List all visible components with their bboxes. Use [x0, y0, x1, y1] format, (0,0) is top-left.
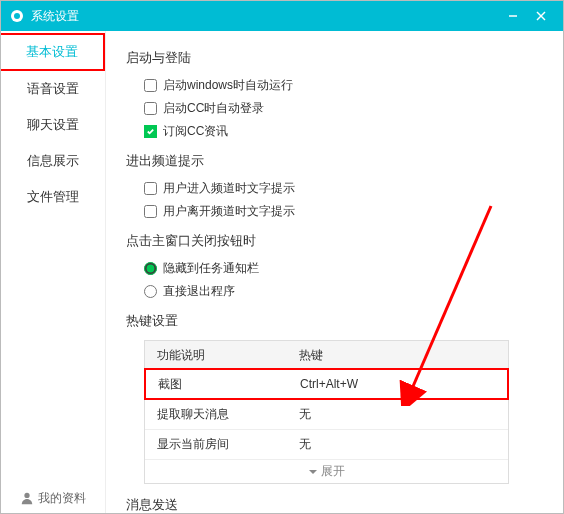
checkbox[interactable] — [144, 182, 157, 195]
checkbox-label: 用户进入频道时文字提示 — [163, 180, 295, 197]
sidebar-item-label: 文件管理 — [27, 189, 79, 204]
sidebar-item-chat[interactable]: 聊天设置 — [1, 107, 105, 143]
chevron-down-icon — [309, 468, 317, 476]
section-title-close: 点击主窗口关闭按钮时 — [126, 232, 543, 250]
close-button[interactable] — [527, 1, 555, 31]
minimize-button[interactable] — [499, 1, 527, 31]
section-title-send: 消息发送 — [126, 496, 543, 513]
hotkey-row-showroom[interactable]: 显示当前房间 无 — [145, 429, 508, 459]
hotkey-header: 功能说明 热键 — [145, 341, 508, 369]
window-controls — [499, 1, 555, 31]
hotkey-row-screenshot[interactable]: 截图 Ctrl+Alt+W — [144, 368, 509, 400]
section-title-hotkey: 热键设置 — [126, 312, 543, 330]
expand-label: 展开 — [321, 463, 345, 480]
sidebar-item-basic[interactable]: 基本设置 — [0, 33, 105, 71]
hotkey-key: 无 — [295, 406, 508, 423]
sidebar-item-voice[interactable]: 语音设置 — [1, 71, 105, 107]
hotkey-expand[interactable]: 展开 — [145, 459, 508, 483]
sidebar-profile-label: 我的资料 — [38, 483, 86, 513]
opt-leave-channel[interactable]: 用户离开频道时文字提示 — [126, 203, 543, 220]
col-header-func: 功能说明 — [145, 347, 295, 364]
opt-enter-channel[interactable]: 用户进入频道时文字提示 — [126, 180, 543, 197]
hotkey-func: 截图 — [146, 376, 296, 393]
sidebar-item-label: 语音设置 — [27, 81, 79, 96]
app-logo-icon — [9, 8, 25, 24]
opt-subscribe-news[interactable]: 订阅CC资讯 — [126, 123, 543, 140]
sidebar: 基本设置 语音设置 聊天设置 信息展示 文件管理 我的资料 — [1, 31, 106, 513]
sidebar-item-info[interactable]: 信息展示 — [1, 143, 105, 179]
sidebar-item-label: 聊天设置 — [27, 117, 79, 132]
opt-hide-tray[interactable]: 隐藏到任务通知栏 — [126, 260, 543, 277]
sidebar-profile[interactable]: 我的资料 — [1, 483, 105, 513]
radio-label: 隐藏到任务通知栏 — [163, 260, 259, 277]
svg-point-1 — [14, 13, 20, 19]
sidebar-item-file[interactable]: 文件管理 — [1, 179, 105, 215]
section-title-channel: 进出频道提示 — [126, 152, 543, 170]
opt-autorun-windows[interactable]: 启动windows时自动运行 — [126, 77, 543, 94]
hotkey-key: Ctrl+Alt+W — [296, 377, 507, 391]
opt-exit[interactable]: 直接退出程序 — [126, 283, 543, 300]
col-header-key: 热键 — [295, 347, 508, 364]
checkbox-label: 启动windows时自动运行 — [163, 77, 293, 94]
checkbox-label: 用户离开频道时文字提示 — [163, 203, 295, 220]
section-title-startup: 启动与登陆 — [126, 49, 543, 67]
sidebar-item-label: 基本设置 — [26, 44, 78, 59]
radio[interactable] — [144, 262, 157, 275]
checkbox-label: 订阅CC资讯 — [163, 123, 228, 140]
main-panel: 启动与登陆 启动windows时自动运行 启动CC时自动登录 订阅CC资讯 进出… — [106, 31, 563, 513]
checkbox-label: 启动CC时自动登录 — [163, 100, 264, 117]
checkbox[interactable] — [144, 102, 157, 115]
hotkey-row-extract[interactable]: 提取聊天消息 无 — [145, 399, 508, 429]
svg-marker-6 — [309, 470, 317, 474]
user-icon — [20, 491, 34, 505]
hotkey-key: 无 — [295, 436, 508, 453]
opt-autologin-cc[interactable]: 启动CC时自动登录 — [126, 100, 543, 117]
titlebar-title: 系统设置 — [31, 8, 499, 25]
checkbox-checked-icon[interactable] — [144, 125, 157, 138]
hotkey-func: 提取聊天消息 — [145, 406, 295, 423]
radio-label: 直接退出程序 — [163, 283, 235, 300]
sidebar-item-label: 信息展示 — [27, 153, 79, 168]
hotkey-func: 显示当前房间 — [145, 436, 295, 453]
titlebar: 系统设置 — [1, 1, 563, 31]
checkbox[interactable] — [144, 205, 157, 218]
svg-point-5 — [24, 493, 29, 498]
radio[interactable] — [144, 285, 157, 298]
checkbox[interactable] — [144, 79, 157, 92]
hotkey-table: 功能说明 热键 截图 Ctrl+Alt+W 提取聊天消息 无 显示当前房间 无 … — [144, 340, 509, 484]
